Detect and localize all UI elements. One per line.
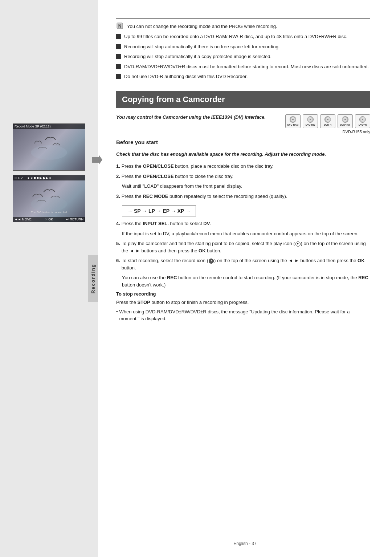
- bird-image-1: [13, 124, 85, 170]
- note-bullet-5: [116, 74, 121, 79]
- top-notes: N You can not change the recording mode …: [116, 18, 370, 80]
- step-2-sub: Wait until "LOAD" disappears from the fr…: [122, 183, 370, 190]
- step-1-num: 1.: [116, 163, 120, 170]
- main-content: N You can not change the recording mode …: [98, 0, 392, 557]
- screen2-caption: The DV device is connected: [13, 211, 85, 214]
- birds-svg-2: [27, 184, 71, 213]
- bottom-note-text: When using DVD-RAM/DVD±RW/DVD±R discs, t…: [119, 308, 370, 322]
- arrow-icon: [90, 153, 105, 167]
- disc-label-rw: DVD-RW: [306, 123, 315, 126]
- step-4-sub: If the input is set to DV, a playback/re…: [122, 230, 370, 237]
- note-bullet-1: [116, 34, 121, 39]
- step-4-num: 4.: [116, 220, 120, 227]
- arrow-right-svg: [91, 153, 104, 166]
- screen-thumb-2: III DV ◄◄ ■ ■ ▶ ▶▶ ● The DV device is co…: [13, 175, 85, 222]
- disc-label-plus-rw: DVD+RW: [340, 123, 350, 126]
- disc-circle-r: [324, 116, 331, 123]
- step-4: 4. Press the INPUT SEL. button to select…: [116, 220, 370, 227]
- svg-point-10: [327, 119, 328, 120]
- disc-label-ram: DVD-RAM: [287, 123, 299, 126]
- note-text-0: You can not change the recording mode an…: [127, 23, 277, 30]
- disc-label-plus-r: DVD+R: [359, 123, 367, 126]
- note-item-4: DVD-RAM/DVD±RW/DVD+R discs must be forma…: [116, 63, 370, 70]
- info-icon: N: [116, 22, 123, 29]
- disc-circle-plus-r: [359, 116, 366, 123]
- screen-thumb-1: Record Mode SP (02:12) :: [13, 123, 85, 171]
- page: Record Mode SP (02:12) : III DV ◄◄ ■ ■ ▶…: [0, 0, 392, 557]
- disc-icon-dvd-r: DVD-R: [320, 114, 335, 128]
- disc-icon-dvd-ram: DVD-RAM: [285, 114, 301, 128]
- intro-italic: You may control the Camcorder using the …: [116, 114, 266, 120]
- step-6-content: To start recording, select the record ic…: [122, 257, 370, 271]
- page-number: English - 37: [233, 541, 256, 546]
- note-icon: N: [116, 22, 124, 30]
- step-1: 1. Press the OPEN/CLOSE button, place a …: [116, 163, 370, 170]
- step-5-num: 5.: [116, 240, 120, 254]
- screen2-top-bar: III DV ◄◄ ■ ■ ▶ ▶▶ ●: [13, 175, 85, 180]
- note-text-1: Up to 99 titles can be recorded onto a D…: [124, 33, 347, 40]
- svg-point-0: [31, 145, 67, 160]
- record-icon: ●: [209, 259, 214, 264]
- note-text-4: DVD-RAM/DVD±RW/DVD+R discs must be forma…: [124, 63, 369, 70]
- disc-icon-dvd-plus-r: DVD+R: [355, 114, 370, 128]
- stop-text: Press the STOP button to stop or finish …: [116, 299, 370, 306]
- disc-icon-dvd-plus-rw: DVD+RW: [338, 114, 353, 128]
- svg-point-14: [362, 119, 363, 120]
- top-rule: [116, 18, 370, 19]
- birds-svg-1: [27, 133, 71, 162]
- disc-circle-plus-rw: [342, 116, 348, 123]
- note-bullet-4: [116, 64, 121, 69]
- disc-svg-plus-rw: [342, 117, 348, 122]
- bird-image-2: [13, 175, 85, 222]
- section-title: Copying from a Camcorder: [122, 95, 225, 104]
- step-3-num: 3.: [116, 193, 120, 200]
- step-1-content: Press the OPEN/CLOSE button, place a rec…: [122, 163, 370, 170]
- screen1-top-bar: Record Mode SP (02:12) :: [13, 124, 85, 129]
- check-note: Check that the disc has enough available…: [116, 151, 370, 158]
- note-text-2: Recording will stop automatically if the…: [124, 43, 279, 50]
- note-bullet-2: [116, 44, 121, 49]
- step-2: 2. Press the OPEN/CLOSE button to close …: [116, 173, 370, 180]
- before-start-heading: Before you start: [116, 139, 370, 147]
- note-item-2: Recording will stop automatically if the…: [116, 43, 370, 50]
- svg-text:N: N: [118, 24, 122, 29]
- note-text-3: Recording will stop automatically if a c…: [124, 53, 271, 60]
- step-5-content: To play the camcorder and find the start…: [122, 240, 370, 254]
- disc-icons-row: DVD-RAM DVD-RW: [285, 114, 370, 128]
- stop-subheading: To stop recording: [116, 291, 370, 297]
- note-item-0: N You can not change the recording mode …: [116, 23, 370, 30]
- note-bullet-3: [116, 54, 121, 59]
- section-heading: Copying from a Camcorder: [116, 91, 370, 108]
- step-5: 5. To play the camcorder and find the st…: [116, 240, 370, 254]
- check-note-text: Check that the disc has enough available…: [116, 151, 326, 157]
- disc-svg-rw: [307, 117, 313, 122]
- step-4-content: Press the INPUT SEL. button to select DV…: [122, 220, 370, 227]
- svg-point-8: [310, 119, 311, 120]
- svg-point-6: [292, 119, 294, 120]
- disc-svg-ram: [290, 117, 296, 122]
- disc-circle-rw: [307, 116, 314, 123]
- svg-marker-2: [92, 155, 102, 165]
- disc-note: DVD-R155 only: [343, 130, 370, 134]
- page-footer: English - 37: [98, 541, 392, 546]
- left-sidebar: Record Mode SP (02:12) : III DV ◄◄ ■ ■ ▶…: [0, 0, 98, 557]
- bottom-note: • When using DVD-RAM/DVD±RW/DVD±R discs,…: [116, 308, 370, 322]
- step-6-sub: You can also use the REC button on the r…: [122, 274, 370, 288]
- step-6-num: 6.: [116, 257, 120, 271]
- step-3: 3. Press the REC MODE button repeatedly …: [116, 193, 370, 200]
- step-6: 6. To start recording, select the record…: [116, 257, 370, 271]
- recording-tab: Recording: [88, 255, 98, 302]
- step-3-content: Press the REC MODE button repeatedly to …: [122, 193, 370, 200]
- disc-icon-dvd-rw: DVD-RW: [303, 114, 318, 128]
- intro-row: You may control the Camcorder using the …: [116, 114, 370, 138]
- disc-svg-plus-r: [360, 117, 366, 122]
- mode-sequence-box: → SP → LP → EP → XP →: [122, 206, 196, 216]
- screen2-bottom-bar: ◄◄ MOVE ☞ OK ↩ RETURN: [13, 217, 85, 222]
- svg-point-12: [344, 119, 346, 120]
- disc-circle-ram: [290, 116, 296, 123]
- step-2-num: 2.: [116, 173, 120, 180]
- play-icon: ▶: [295, 241, 301, 247]
- note-item-1: Up to 99 titles can be recorded onto a D…: [116, 33, 370, 40]
- bottom-bullet: •: [116, 308, 118, 316]
- note-item-5: Do not use DVD-R authoring discs with th…: [116, 73, 370, 80]
